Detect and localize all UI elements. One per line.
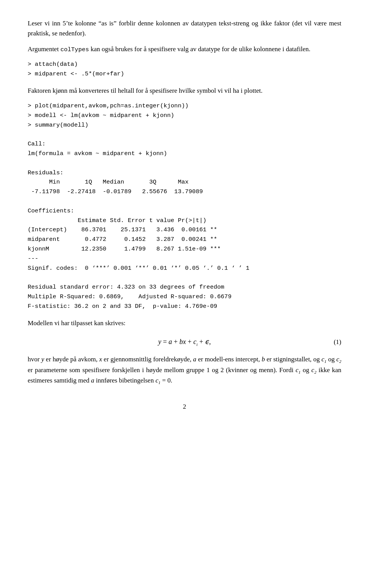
var-y: y: [42, 356, 45, 363]
code-block-2: > plot(midparent,avkom,pch=as.integer(kj…: [28, 101, 341, 311]
inline-code-coltypes: colTypes: [60, 46, 89, 53]
page-number: 2: [28, 402, 341, 412]
equation-number: (1): [334, 337, 341, 347]
paragraph-1: Leser vi inn 5’te kolonne “as is” forbli…: [28, 18, 341, 39]
var-c4: c2: [311, 366, 316, 374]
var-a: a: [193, 356, 196, 363]
paragraph-5: hvor y er høyde på avkom, x er gjennomsn…: [28, 354, 341, 386]
var-c1: c1: [321, 356, 326, 363]
paragraph-4: Modellen vi har tilpasset kan skrives:: [28, 318, 341, 328]
var-c5: c1: [155, 377, 160, 384]
var-b: b: [262, 356, 265, 363]
equation: y = a + bx + ci + ϵ,: [158, 337, 211, 348]
var-c2: c2: [336, 356, 341, 363]
code-block-1: > attach(data) > midparent <- .5*(mor+fa…: [28, 60, 341, 79]
var-c3: c1: [296, 366, 301, 374]
var-a2: a: [91, 377, 95, 384]
paragraph-3: Faktoren kjønn må konverteres til heltal…: [28, 86, 341, 96]
equation-container: y = a + bx + ci + ϵ, (1): [28, 337, 341, 348]
paragraph-2: Argumentet colTypes kan også brukes for …: [28, 44, 341, 54]
var-x: x: [99, 356, 102, 363]
